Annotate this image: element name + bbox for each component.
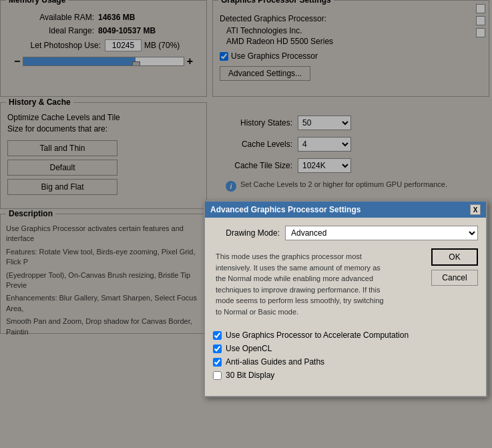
modal-description: This mode uses the graphics processor mo… bbox=[213, 248, 393, 320]
cancel-button[interactable]: Cancel bbox=[431, 270, 478, 286]
check4-label: 30 Bit Display bbox=[226, 371, 274, 380]
main-panel: Memory Usage Available RAM: 14636 MB Ide… bbox=[0, 0, 492, 448]
check1-label: Use Graphics Processor to Accelerate Com… bbox=[226, 330, 409, 340]
30-bit-display-checkbox[interactable] bbox=[213, 371, 222, 380]
modal-checkboxes: Use Graphics Processor to Accelerate Com… bbox=[213, 330, 478, 380]
accelerate-computation-checkbox[interactable] bbox=[213, 331, 222, 340]
modal-dialog: Advanced Graphics Processor Settings X D… bbox=[204, 200, 487, 397]
check3-label: Anti-alias Guides and Paths bbox=[226, 357, 324, 367]
ok-button[interactable]: OK bbox=[431, 248, 478, 266]
drawing-mode-select[interactable]: Basic Normal Advanced bbox=[285, 226, 478, 240]
modal-close-button[interactable]: X bbox=[470, 204, 481, 215]
modal-titlebar: Advanced Graphics Processor Settings X bbox=[205, 202, 486, 218]
anti-alias-checkbox[interactable] bbox=[213, 358, 222, 367]
check2-label: Use OpenCL bbox=[226, 344, 272, 353]
modal-title: Advanced Graphics Processor Settings bbox=[210, 205, 360, 214]
use-opencl-checkbox[interactable] bbox=[213, 345, 222, 353]
modal-buttons: OK Cancel bbox=[431, 248, 478, 286]
drawing-mode-label: Drawing Mode: bbox=[213, 228, 280, 238]
